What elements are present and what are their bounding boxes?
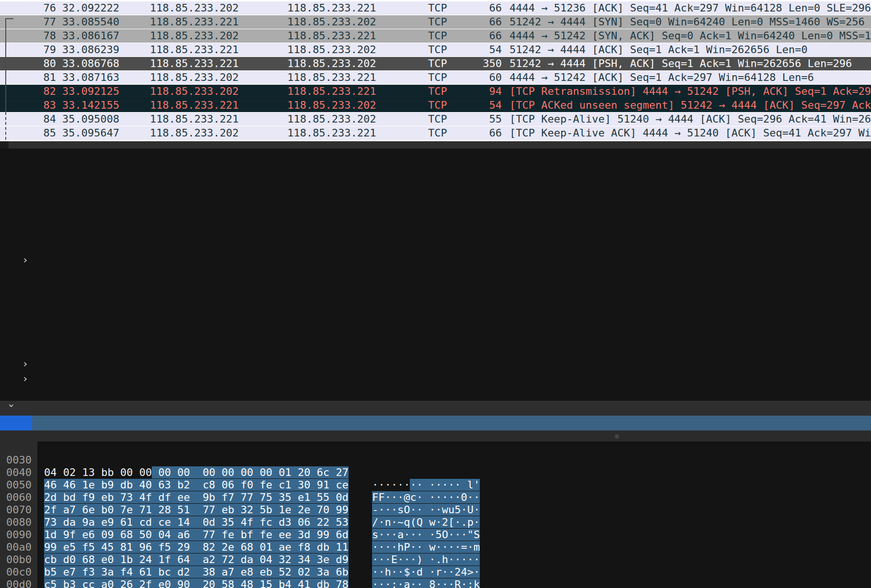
col-no: 85 [0, 126, 57, 140]
detail-tree-row[interactable]: [Window size scaling factor: 256] [0, 297, 871, 312]
col-source: 118.85.233.221 [144, 15, 282, 29]
list-detail-splitter[interactable] [0, 141, 871, 148]
detail-tree-row[interactable]: › Data (296 bytes) [0, 401, 871, 416]
col-no: 79 [0, 43, 57, 57]
hex-row[interactable]: 00e0 80 ba c4 65 56 7c ca fc 8c b6 c0 a0… [0, 578, 871, 588]
col-info: 51242 → 4444 [SYN] Seq=0 Win=64240 Len=0… [502, 15, 871, 29]
detail-tree-row[interactable]: [Checksum Status: Unverified] [0, 327, 871, 341]
detail-tree-row[interactable]: Sequence Number (raw): 1603186521 [0, 178, 871, 193]
col-protocol: TCP [422, 43, 477, 57]
col-source: 118.85.233.202 [144, 1, 282, 15]
col-source: 118.85.233.221 [144, 99, 282, 112]
col-no: 77 [0, 15, 57, 29]
hex-row[interactable]: 00d0 1b 44 04 21 50 61 0e 8b 4e de 46 e9… [0, 566, 871, 578]
detail-tree-row[interactable]: › Flags: 0x018 (PSH, ACK) [0, 252, 871, 267]
col-protocol: TCP [422, 126, 477, 140]
col-length: 55 [477, 113, 502, 126]
col-no: 84 [0, 113, 57, 126]
col-time: 32.092222 [57, 1, 144, 15]
packet-row[interactable]: 82 33.092125 118.85.233.202 118.85.233.2… [0, 84, 871, 98]
col-length: 66 [477, 15, 502, 29]
col-destination: 118.85.233.202 [282, 15, 422, 29]
packet-row[interactable]: 80 33.086768 118.85.233.221 118.85.233.2… [0, 57, 871, 70]
detail-tree-row[interactable]: TCP payload (296 bytes) [0, 386, 871, 401]
packet-row[interactable]: 81 33.087163 118.85.233.202 118.85.233.2… [0, 70, 871, 84]
col-info: 51242 → 4444 [PSH, ACK] Seq=1 Ack=1 Win=… [502, 57, 871, 70]
detail-tree-row[interactable]: Acknowledgment Number: 1 (relative ack n… [0, 208, 871, 223]
col-time: 33.087163 [57, 71, 144, 84]
col-info: 4444 → 51236 [ACK] Seq=41 Ack=297 Win=64… [502, 1, 871, 15]
col-protocol: TCP [422, 15, 477, 29]
hex-row[interactable]: 00c0 c5 b3 cc a0 26 2f e0 90 20 58 48 15… [0, 554, 871, 566]
col-protocol: TCP [422, 29, 477, 43]
col-info: [TCP Keep-Alive ACK] 4444 → 51240 [ACK] … [502, 126, 871, 140]
detail-tree-row[interactable]: [TCP Segment Len: 296] [0, 148, 871, 163]
col-length: 66 [477, 126, 502, 140]
hex-row[interactable]: 0050 2d bd f9 eb 73 4f df ee 9b f7 77 75… [0, 466, 871, 479]
col-protocol: TCP [422, 71, 477, 84]
col-info: [TCP ACKed unseen segment] 51242 → 4444 … [502, 99, 871, 112]
hex-row[interactable]: 0090 99 e5 f5 45 81 96 f5 29 82 2e 68 01… [0, 516, 871, 529]
hex-row[interactable]: 0080 1d 9f e6 09 68 50 04 a6 77 fe bf fe… [0, 504, 871, 516]
hex-row[interactable]: 0070 73 da 9a e9 61 cd ce 14 0d 35 4f fc… [0, 491, 871, 504]
packet-list: 76 32.092222 118.85.233.202 118.85.233.2… [0, 0, 871, 141]
col-no: 78 [0, 29, 57, 43]
detail-tree-row[interactable]: [Calculated window size: 262656] [0, 282, 871, 297]
hex-row[interactable]: 0040 46 46 1e b9 db 40 63 b2 c8 06 f0 fe… [0, 454, 871, 466]
detail-tree-row[interactable]: Urgent Pointer: 0 [0, 341, 871, 356]
col-no: 81 [0, 71, 57, 84]
col-length: 94 [477, 85, 502, 98]
detail-tree-row[interactable]: [Next Sequence Number: 297 (relative seq… [0, 193, 871, 208]
col-source: 118.85.233.202 [144, 126, 282, 140]
col-time: 33.092125 [57, 85, 144, 98]
hex-row[interactable]: 00a0 cb d0 68 e0 1b 24 1f 64 a2 72 da 04… [0, 529, 871, 541]
detail-tree-row[interactable]: Acknowledgment number (raw): 1438303880 [0, 223, 871, 237]
detail-tree-row[interactable]: › [Timestamps] [0, 356, 871, 371]
col-source: 118.85.233.221 [144, 43, 282, 57]
col-length: 54 [477, 99, 502, 112]
packet-row[interactable]: 79 33.086239 118.85.233.221 118.85.233.2… [0, 43, 871, 57]
hex-row[interactable]: 00b0 b5 e7 f3 3a f4 61 bc d2 38 a7 e8 eb… [0, 541, 871, 554]
col-length: 54 [477, 43, 502, 57]
col-time: 35.095008 [57, 113, 144, 126]
packet-row[interactable]: 83 33.142155 118.85.233.221 118.85.233.2… [0, 98, 871, 112]
chevron-down-icon[interactable]: › [4, 403, 19, 414]
detail-tree-row[interactable]: Checksum: 0x13bb [unverified] [0, 312, 871, 327]
hex-row[interactable]: 0030 04 02 13 bb 00 00 00 00 00 00 00 00… [0, 441, 871, 454]
col-length: 66 [477, 29, 502, 43]
col-destination: 118.85.233.221 [282, 29, 422, 43]
col-no: 80 [0, 57, 57, 70]
splitter-notch [0, 141, 9, 148]
detail-tree-row[interactable]: 0101 .... = Header Length: 20 bytes (5) [0, 237, 871, 252]
col-protocol: TCP [422, 57, 477, 70]
detail-tree-row[interactable]: Window: 1026 [0, 267, 871, 282]
col-time: 33.086239 [57, 43, 144, 57]
detail-tree-row[interactable]: Sequence Number: 1 (relative sequence nu… [0, 163, 871, 178]
packet-row[interactable]: 84 35.095008 118.85.233.221 118.85.233.2… [0, 112, 871, 126]
col-destination: 118.85.233.202 [282, 43, 422, 57]
col-no: 76 [0, 1, 57, 15]
detail-bytes-splitter[interactable] [0, 430, 871, 441]
chevron-right-icon[interactable]: › [22, 371, 34, 386]
detail-tree-row[interactable]: Data: 0000000000001206c2746461eb9db4063b… [0, 416, 871, 430]
packet-row[interactable]: 78 33.086167 118.85.233.202 118.85.233.2… [0, 29, 871, 43]
detail-tree-row[interactable]: › [SEQ/ACK analysis] [0, 371, 871, 386]
col-protocol: TCP [422, 1, 477, 15]
col-info: 51242 → 4444 [ACK] Seq=1 Ack=1 Win=26265… [502, 43, 871, 57]
hex-row[interactable]: 0060 2f a7 6e b0 7e 71 28 51 77 eb 32 5b… [0, 479, 871, 491]
packet-row[interactable]: 77 33.085540 118.85.233.221 118.85.233.2… [0, 15, 871, 29]
packet-row[interactable]: 85 35.095647 118.85.233.202 118.85.233.2… [0, 126, 871, 140]
col-source: 118.85.233.202 [144, 85, 282, 98]
col-length: 60 [477, 71, 502, 84]
col-length: 350 [477, 57, 502, 70]
packet-row[interactable]: 76 32.092222 118.85.233.202 118.85.233.2… [0, 1, 871, 15]
chevron-right-icon[interactable]: › [22, 252, 34, 267]
col-protocol: TCP [422, 99, 477, 112]
col-info: 4444 → 51242 [SYN, ACK] Seq=0 Ack=1 Win=… [502, 29, 871, 43]
col-no: 82 [0, 85, 57, 98]
col-info: 4444 → 51242 [ACK] Seq=1 Ack=297 Win=641… [502, 71, 871, 84]
col-destination: 118.85.233.221 [282, 1, 422, 15]
col-source: 118.85.233.221 [144, 57, 282, 70]
chevron-right-icon[interactable]: › [22, 356, 34, 371]
col-source: 118.85.233.221 [144, 113, 282, 126]
